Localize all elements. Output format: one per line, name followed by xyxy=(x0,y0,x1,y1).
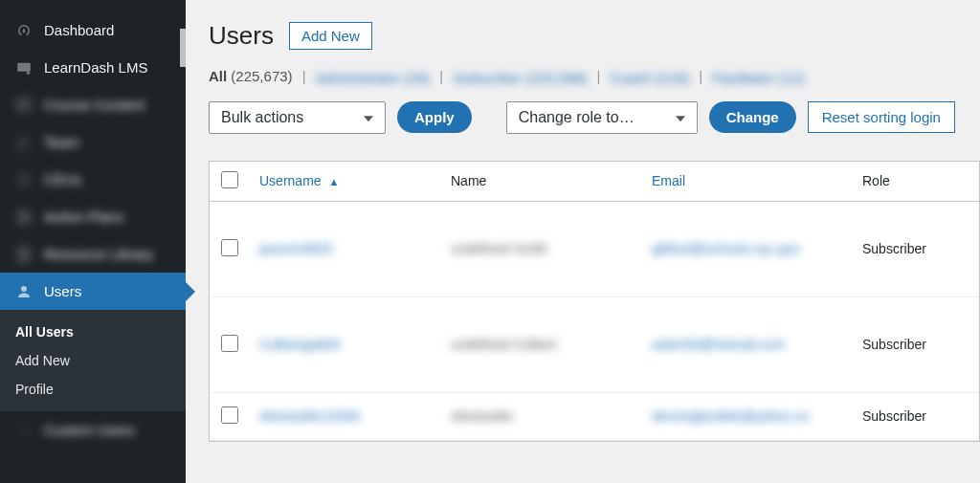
users-table: Username ▲ Name Email Role jasonm9820 un… xyxy=(209,161,980,442)
table-row: Alexiswiler10349 Alexiswiler derrengland… xyxy=(210,393,979,441)
svg-point-2 xyxy=(20,139,25,143)
column-header-email[interactable]: Email xyxy=(652,173,862,188)
book-icon xyxy=(13,96,34,114)
sidebar-item-label: Dashboard xyxy=(44,22,114,38)
column-header-username[interactable]: Username ▲ xyxy=(259,173,451,188)
svg-point-3 xyxy=(25,140,29,143)
filter-link-admin[interactable]: Administrator (29) xyxy=(316,70,430,86)
row-email[interactable]: asker94@hotmail.com xyxy=(652,337,786,352)
submenu-item-all-users[interactable]: All Users xyxy=(0,318,186,346)
row-checkbox[interactable] xyxy=(221,239,238,256)
row-email[interactable]: gibbs4@schools.nyc.gov xyxy=(652,241,800,256)
people-icon xyxy=(13,133,34,151)
row-username[interactable]: jasonm9820 xyxy=(259,241,332,256)
sidebar-item-label: Custom Users xyxy=(44,422,135,438)
row-name: undefined Smith xyxy=(451,241,547,256)
learndash-icon xyxy=(13,58,34,77)
sidebar-item-action-plans[interactable]: Action Plans xyxy=(0,198,186,235)
filter-row: All (225,673) | Administrator (29) | Sub… xyxy=(209,68,980,86)
sidebar-item-ceus[interactable]: CEUs xyxy=(0,161,186,198)
sidebar-item-course-content[interactable]: Course Content xyxy=(0,86,186,123)
svg-rect-0 xyxy=(17,63,31,72)
row-username[interactable]: Colbertga609 xyxy=(259,337,340,352)
svg-point-1 xyxy=(27,72,30,75)
sidebar-item-dashboard[interactable]: Dashboard xyxy=(0,11,186,49)
filter-separator: | xyxy=(439,68,443,84)
row-role: Subscriber xyxy=(862,337,926,352)
row-role: Subscriber xyxy=(862,241,926,256)
filter-link-facilitator[interactable]: Facilitator (12) xyxy=(712,70,804,86)
row-role: Subscriber xyxy=(862,408,926,424)
add-new-button[interactable]: Add New xyxy=(289,22,372,50)
sidebar-item-label: Users xyxy=(44,283,81,299)
row-checkbox[interactable] xyxy=(221,335,238,352)
filter-separator: | xyxy=(597,68,601,84)
sidebar-scrollbar[interactable] xyxy=(180,0,186,483)
sidebar-item-trailing[interactable]: Custom Users xyxy=(0,411,186,449)
svg-point-7 xyxy=(22,428,27,433)
select-all-checkbox[interactable] xyxy=(221,171,238,188)
svg-point-6 xyxy=(21,286,27,292)
sidebar-item-learndash[interactable]: LearnDash LMS xyxy=(0,49,186,86)
filter-all-count: (225,673) xyxy=(231,68,292,84)
row-email[interactable]: derrenglandele@yahoo.co xyxy=(652,408,809,424)
map-icon xyxy=(13,208,34,226)
sidebar-item-label: Team xyxy=(44,134,79,150)
row-checkbox[interactable] xyxy=(221,406,238,424)
svg-point-5 xyxy=(18,211,30,223)
apply-button[interactable]: Apply xyxy=(397,101,472,133)
page-title: Users xyxy=(209,21,274,51)
column-header-role[interactable]: Role xyxy=(862,173,968,188)
row-name: Alexiswiler xyxy=(451,408,514,424)
submenu-item-profile[interactable]: Profile xyxy=(0,375,186,404)
change-role-select[interactable]: Change role to… xyxy=(506,101,698,134)
change-button[interactable]: Change xyxy=(709,101,796,133)
user-icon xyxy=(13,282,34,300)
sidebar-item-team[interactable]: Team xyxy=(0,123,186,161)
sidebar-item-label: Resource Library xyxy=(44,246,153,262)
sidebar-submenu: All Users Add New Profile xyxy=(0,310,186,411)
toolbar: Bulk actions Apply Change role to… Chang… xyxy=(209,101,980,134)
filter-separator: | xyxy=(302,68,306,84)
filter-separator: | xyxy=(699,68,702,84)
reset-sorting-login-button[interactable]: Reset sorting login xyxy=(808,101,955,133)
row-username[interactable]: Alexiswiler10349 xyxy=(259,408,360,424)
table-header-row: Username ▲ Name Email Role xyxy=(210,162,979,202)
sort-ascending-icon: ▲ xyxy=(328,176,339,187)
column-header-label: Username xyxy=(259,173,322,188)
sidebar-item-label: Course Content xyxy=(44,97,145,113)
filter-all[interactable]: All xyxy=(209,68,227,84)
sidebar-item-users[interactable]: Users xyxy=(0,273,186,310)
submenu-item-add-new[interactable]: Add New xyxy=(0,346,186,375)
sidebar: Dashboard LearnDash LMS Course Content T… xyxy=(0,0,186,483)
award-icon xyxy=(13,170,34,188)
select-all-cell xyxy=(221,171,259,191)
sidebar-item-label: Action Plans xyxy=(44,209,123,225)
table-row: Colbertga609 undefined Colbert asker94@h… xyxy=(210,297,979,393)
sidebar-item-label: LearnDash LMS xyxy=(44,59,147,76)
column-header-name[interactable]: Name xyxy=(451,173,652,188)
bulk-actions-select[interactable]: Bulk actions xyxy=(209,101,386,134)
filter-link-subscriber[interactable]: Subscriber (225,598) xyxy=(453,70,587,86)
sidebar-item-label: CEUs xyxy=(44,171,81,187)
row-name: undefined Colbert xyxy=(451,337,557,352)
page-header: Users Add New xyxy=(209,21,980,51)
filter-link-coach[interactable]: Coach (216) xyxy=(611,70,690,86)
sidebar-item-resource-library[interactable]: Resource Library xyxy=(0,235,186,273)
gear-icon xyxy=(13,421,34,439)
main-content: Users Add New All (225,673) | Administra… xyxy=(186,0,980,483)
gauge-icon xyxy=(13,21,34,39)
table-row: jasonm9820 undefined Smith gibbs4@school… xyxy=(210,202,979,297)
svg-point-4 xyxy=(21,175,27,181)
doc-icon xyxy=(13,245,34,263)
